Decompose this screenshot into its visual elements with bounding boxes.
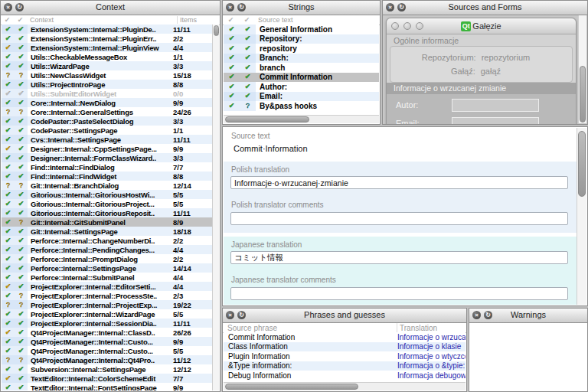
unfinished-icon: ? bbox=[19, 219, 23, 226]
items-column-header[interactable]: Items bbox=[177, 16, 220, 24]
source-phrase-column-header[interactable]: Source phrase bbox=[223, 324, 397, 332]
context-row[interactable]: ✔✔Designer::Internal::CppSettingsPage...… bbox=[2, 144, 213, 153]
context-row[interactable]: ??ProjectExplorer::Internal::ProjectExp.… bbox=[2, 300, 213, 309]
status-cell: ✔ bbox=[15, 52, 28, 61]
phrases-titlebar[interactable]: × ↻ Phrases and guesses bbox=[223, 309, 466, 323]
string-row[interactable]: ✔✔General Information bbox=[224, 24, 379, 34]
phrase-row[interactable]: &Type information:Informacja o &typie: bbox=[224, 361, 466, 371]
context-row[interactable]: ✔✔Qt4ProjectManager::Internal::Custo...5… bbox=[2, 346, 213, 355]
accepted-icon: ✔ bbox=[5, 155, 11, 162]
string-row[interactable]: ✔✔Repository: bbox=[224, 34, 379, 44]
status-cell: ✔ bbox=[224, 34, 240, 44]
unfinished-icon: ? bbox=[19, 72, 23, 79]
context-row[interactable]: ✔✔Gitorious::Internal::GitoriousHostWi..… bbox=[2, 190, 213, 199]
scrollbar-thumb[interactable] bbox=[580, 66, 586, 122]
string-row[interactable]: ✔✔branch bbox=[224, 63, 379, 73]
context-row[interactable]: ✔✔Core::Internal::NewDialog9/9 bbox=[2, 98, 213, 107]
scrollbar-thumb[interactable] bbox=[225, 116, 309, 122]
context-name: ExtensionSystem::Internal::PluginDe.. bbox=[28, 25, 171, 34]
context-row[interactable]: ✔✔TextEditor::Internal::FontSettingsPage… bbox=[2, 383, 213, 390]
scrollbar-thumb[interactable] bbox=[214, 25, 219, 36]
context-row[interactable]: ✔✔Perforce::Internal::PendingChanges...4… bbox=[2, 245, 213, 254]
context-row[interactable]: ✔✔Gitorious::Internal::GitoriousReposit.… bbox=[2, 208, 213, 217]
context-row[interactable]: ??Qt4ProjectManager::Internal::Qt4Pro..1… bbox=[2, 355, 213, 364]
context-column-header[interactable]: Context bbox=[27, 16, 177, 24]
strings-hscrollbar[interactable] bbox=[224, 115, 379, 123]
string-row[interactable]: ✔✔Branch: bbox=[224, 54, 379, 64]
context-name: Perforce::Internal::SubmitPanel bbox=[28, 273, 171, 282]
context-row[interactable]: ✔✔Designer::Internal::FormClassWizard..3… bbox=[2, 153, 213, 162]
context-row[interactable]: ✔✔Perforce::Internal::ChangeNumberDi..2/… bbox=[2, 236, 213, 245]
editor-scrollbar[interactable] bbox=[577, 128, 586, 305]
translation-column-header[interactable]: Translation bbox=[397, 323, 466, 332]
context-row[interactable]: ✔✔Perforce::Internal::PromptDialog2/2 bbox=[2, 254, 213, 263]
string-row[interactable]: ✔✔Author: bbox=[224, 82, 379, 92]
phrases-hscrollbar[interactable] bbox=[224, 382, 466, 390]
context-scrollbar[interactable] bbox=[212, 24, 219, 390]
context-row[interactable]: ??Git::Internal::BranchDialog12/14 bbox=[2, 181, 213, 190]
form-preview-window[interactable]: Qt Gałęzie Ogólne informacje Repozytoriu… bbox=[386, 18, 577, 125]
source-text-column-header[interactable]: Source text bbox=[255, 16, 380, 24]
context-row[interactable]: ✔✔ProjectExplorer::Internal::SessionDia.… bbox=[2, 318, 213, 328]
string-row[interactable]: ✔✔Commit Information bbox=[224, 73, 379, 83]
context-row[interactable]: ✔✔ProjectExplorer::Internal::EditorSetti… bbox=[2, 282, 213, 291]
context-row[interactable]: ??Core::Internal::GeneralSettings24/26 bbox=[2, 107, 213, 116]
context-row[interactable]: ??Utils::NewClassWidget15/18 bbox=[2, 70, 213, 80]
context-row[interactable]: ✔✔Utils::CheckableMessageBox1/1 bbox=[2, 52, 213, 61]
japanese-translation-input[interactable] bbox=[230, 251, 568, 264]
status-cell: ✔ bbox=[2, 24, 15, 34]
context-row[interactable]: ✔✔ExtensionSystem::Internal::PluginDe..1… bbox=[2, 24, 213, 34]
strings-titlebar[interactable]: × ↻ Strings bbox=[223, 1, 380, 15]
context-row[interactable]: ✔?ProjectExplorer::Internal::ProcessSte.… bbox=[2, 291, 213, 300]
accepted-icon: ✔ bbox=[229, 74, 235, 80]
string-row[interactable]: ✔?By&pass hooks bbox=[224, 101, 379, 111]
check-column-icon: ✔ bbox=[244, 17, 250, 24]
context-row[interactable]: ✔✔Find::Internal::FindWidget8/8 bbox=[2, 172, 213, 181]
context-titlebar[interactable]: × ↻ Context bbox=[1, 1, 220, 15]
context-row[interactable]: ✔✔Git::Internal::SettingsPage18/18 bbox=[2, 227, 213, 236]
context-row[interactable]: ✔✔Utils::ProjectIntroPage8/8 bbox=[2, 80, 213, 89]
status-cell: ✔ bbox=[15, 89, 28, 98]
context-row[interactable]: ✔✔CodePaster::SettingsPage1/1 bbox=[2, 126, 213, 135]
context-row[interactable]: ✔✔Perforce::Internal::SettingsPage14/14 bbox=[2, 263, 213, 273]
context-row[interactable]: ✔✔CodePaster::PasteSelectDialog3/3 bbox=[2, 116, 213, 126]
qt-logo-icon: Qt bbox=[461, 21, 471, 31]
accepted-icon: ✔ bbox=[5, 348, 11, 354]
context-row[interactable]: ✔?Git::Internal::GitSubmitPanel8/9 bbox=[2, 217, 213, 227]
scrollbar-thumb[interactable] bbox=[578, 131, 586, 197]
context-row[interactable]: ✔✔TextEditor::Internal::ColorSchemeEdit7… bbox=[2, 374, 213, 383]
polish-translation-input[interactable] bbox=[230, 176, 568, 189]
context-row[interactable]: ✔✔Subversion::Internal::SettingsPage12/1… bbox=[2, 364, 213, 374]
sources-titlebar[interactable]: × ↻ Sources and Forms bbox=[383, 1, 587, 15]
japanese-comments-input[interactable] bbox=[230, 287, 568, 300]
phrase-row[interactable]: Debug InformationInformacja debugowania bbox=[224, 371, 466, 381]
status-cell: ✔ bbox=[240, 44, 256, 54]
context-row[interactable]: ✔✔Find::Internal::FindDialog7/7 bbox=[2, 162, 213, 172]
context-row[interactable]: ✔✔Cvs::Internal::SettingsPage11/11 bbox=[2, 135, 213, 144]
accepted-icon: ✔ bbox=[245, 35, 251, 42]
scrollbar-thumb[interactable] bbox=[225, 384, 358, 390]
context-row[interactable]: ✔✔Utils::WizardPage3/3 bbox=[2, 61, 213, 70]
phrase-row[interactable]: Plugin InformationInformacje o wtyczce bbox=[224, 351, 466, 361]
context-items: 8/8 bbox=[171, 172, 213, 181]
context-row[interactable]: ✔✔Qt4ProjectManager::Internal::Custo...9… bbox=[2, 337, 213, 346]
context-row[interactable]: ✔✔ProjectExplorer::Internal::WizardPage5… bbox=[2, 309, 213, 318]
warnings-titlebar[interactable]: × ↻ Warnings bbox=[469, 309, 587, 323]
context-name: Qt4ProjectManager::Internal::Custo... bbox=[28, 347, 171, 355]
phrase-row[interactable]: Class InformationInformacje o klasie bbox=[224, 342, 466, 352]
status-cell: ✔ bbox=[2, 34, 15, 43]
warnings-content bbox=[470, 323, 586, 390]
context-row[interactable]: ✔✔ExtensionSystem::Internal::PluginErr..… bbox=[2, 34, 213, 43]
phrase-row[interactable]: Commit InformationInformacje o wrzucanej… bbox=[224, 332, 466, 342]
polish-comments-input[interactable] bbox=[230, 212, 568, 225]
accepted-icon: ✔ bbox=[5, 219, 11, 226]
context-row[interactable]: ✔✔Utils::SubmitEditorWidget0/0 bbox=[2, 89, 213, 98]
commit-info-groupbox-title[interactable]: Informacje o wrzucanej zmianie bbox=[387, 83, 576, 94]
string-row[interactable]: ✔✔repository bbox=[224, 44, 379, 54]
context-row[interactable]: ✔✔Perforce::Internal::SubmitPanel4/4 bbox=[2, 273, 213, 282]
context-row[interactable]: ✔✔Qt4ProjectManager::Internal::ClassD..2… bbox=[2, 328, 213, 337]
context-row[interactable]: ✔✔Gitorious::Internal::GitoriousProject.… bbox=[2, 199, 213, 208]
string-row[interactable]: ✔✔Email: bbox=[224, 92, 379, 102]
sources-scrollbar[interactable] bbox=[578, 15, 586, 123]
context-row[interactable]: ✔✔ExtensionSystem::Internal::PluginView4… bbox=[2, 43, 213, 52]
